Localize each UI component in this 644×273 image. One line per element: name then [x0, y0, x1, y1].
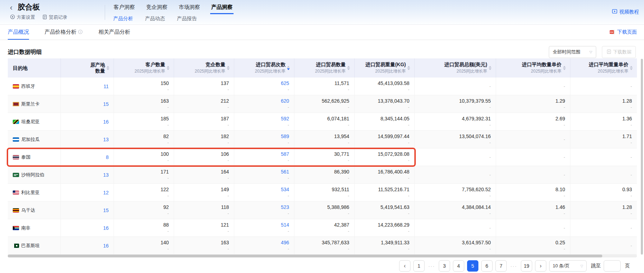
quick-link-target[interactable]: 方案设置 — [10, 14, 35, 21]
ellipsis-pages[interactable]: ··· — [427, 263, 436, 269]
column-header[interactable]: 竞企数量2025同比增长率 — [174, 58, 234, 78]
sub-tab-3[interactable]: 产品报告 — [176, 16, 197, 25]
value-link[interactable]: 15 — [103, 207, 109, 213]
quick-link-clipboard[interactable]: 贸易记录 — [42, 14, 67, 21]
sort-asc-icon[interactable] — [107, 66, 109, 68]
dest-cell[interactable]: 巴基斯坦 — [8, 237, 61, 254]
sort-desc-icon[interactable] — [107, 68, 109, 70]
main-tab-1[interactable]: 客户洞察 — [113, 0, 136, 14]
prev-page-button[interactable]: ‹ — [399, 260, 410, 272]
sort-icons[interactable] — [227, 66, 230, 70]
dest-cell[interactable]: 乌干达 — [8, 201, 61, 219]
dest-cell[interactable]: 斯里兰卡 — [8, 95, 61, 113]
column-header[interactable]: 进口贸易次数2025同比增长率 — [234, 58, 294, 78]
main-tab-4[interactable]: 产品洞察 — [210, 0, 234, 14]
sort-asc-icon[interactable] — [630, 66, 633, 68]
dest-cell[interactable]: 西班牙 — [8, 78, 61, 95]
value-link[interactable]: 11 — [103, 84, 109, 89]
dest-cell[interactable]: 坦桑尼亚 — [8, 113, 61, 130]
main-tab-2[interactable]: 竞企洞察 — [145, 0, 168, 14]
next-page-button[interactable]: › — [535, 260, 546, 272]
page-size-select[interactable]: 10 条/页▽ — [549, 260, 587, 272]
value-link[interactable]: 16 — [103, 119, 109, 125]
column-header[interactable]: 进口贸易重量(KG)2025同比增长率 — [355, 58, 415, 78]
value-link[interactable]: 561 — [281, 169, 289, 175]
column-header[interactable]: 进口平均数量单价2025同比增长率 — [496, 58, 570, 78]
page-button-6[interactable]: 6 — [481, 260, 493, 272]
sub-tab-2[interactable]: 产品动态 — [144, 16, 166, 25]
sort-icons[interactable] — [107, 66, 109, 70]
sub-tab-1[interactable]: 产品分析 — [113, 16, 134, 25]
value-link[interactable]: 587 — [281, 151, 289, 157]
sort-asc-icon[interactable] — [287, 66, 290, 68]
value-link[interactable]: 13 — [103, 172, 109, 178]
sort-desc-icon[interactable] — [630, 68, 633, 70]
page-button-19[interactable]: 19 — [521, 260, 532, 272]
value-link[interactable]: 625 — [281, 80, 289, 86]
dest-cell[interactable]: 利比里亚 — [8, 184, 61, 201]
sort-icons[interactable] — [563, 66, 566, 70]
dest-cell[interactable]: 泰国 — [8, 148, 61, 166]
sort-asc-icon[interactable] — [489, 66, 491, 68]
jump-page-input[interactable] — [604, 260, 621, 272]
vertical-scrollbar[interactable] — [641, 59, 643, 255]
video-tutorial-link[interactable]: 视频教程 — [612, 8, 639, 15]
horizontal-scrollbar-thumb[interactable] — [8, 255, 602, 257]
section-tab-2[interactable]: 产品价格分析 — [45, 25, 83, 40]
value-link[interactable]: 534 — [281, 187, 289, 192]
download-page-link[interactable]: PDF 下载页面 — [609, 25, 637, 40]
value-link[interactable]: 8 — [106, 154, 109, 160]
column-header[interactable]: 进口平均重量单价2025同比增长率 — [570, 58, 637, 78]
page-button-7[interactable]: 7 — [495, 260, 507, 272]
back-button[interactable]: ‹ — [10, 3, 12, 13]
value-link[interactable]: 16 — [103, 225, 109, 231]
sort-asc-icon[interactable] — [227, 66, 230, 68]
value-link[interactable]: 12 — [103, 190, 109, 195]
sort-icons[interactable] — [167, 66, 169, 70]
sort-icons[interactable] — [347, 66, 350, 70]
sort-asc-icon[interactable] — [407, 66, 410, 68]
value-link[interactable]: 589 — [281, 133, 289, 139]
section-tab-1[interactable]: 产品概况 — [8, 25, 29, 40]
column-header[interactable]: 进口贸易总额(美元)2025同比增长率 — [415, 58, 496, 78]
sort-asc-icon[interactable] — [563, 66, 566, 68]
value-link[interactable]: 15 — [103, 101, 109, 107]
value-link[interactable]: 514 — [281, 222, 289, 228]
column-header[interactable]: 进口贸易数量2025同比增长率 — [294, 58, 355, 78]
page-button-5[interactable]: 5 — [467, 260, 478, 272]
sort-asc-icon[interactable] — [167, 66, 169, 68]
ellipsis-pages[interactable]: ··· — [510, 263, 518, 269]
sort-icons[interactable] — [489, 66, 491, 70]
sort-icons[interactable] — [407, 66, 410, 70]
column-header[interactable]: 客户数量2025同比增长率 — [114, 58, 174, 78]
download-data-button[interactable]: 下载数据 — [602, 46, 636, 58]
sort-desc-icon[interactable] — [167, 68, 169, 70]
page-button-4[interactable]: 4 — [453, 260, 464, 272]
value-link[interactable]: 620 — [281, 98, 289, 104]
page-button-1[interactable]: 1 — [413, 260, 425, 272]
section-tab-3[interactable]: 相关产品分析 — [98, 25, 130, 40]
main-tab-3[interactable]: 市场洞察 — [178, 0, 201, 14]
sort-desc-icon[interactable] — [563, 68, 566, 70]
sort-asc-icon[interactable] — [347, 66, 350, 68]
dest-cell[interactable]: 尼加拉瓜 — [8, 131, 61, 148]
value-link[interactable]: 592 — [281, 116, 289, 121]
sort-icons[interactable] — [287, 66, 290, 70]
value-link[interactable]: 13 — [103, 137, 109, 142]
sort-desc-icon[interactable] — [287, 68, 290, 70]
horizontal-scrollbar[interactable] — [8, 255, 637, 257]
column-header[interactable]: 原产地 数量 — [61, 58, 114, 78]
time-range-select[interactable]: 全部时间范围 ▽ — [549, 46, 596, 58]
sort-desc-icon[interactable] — [347, 68, 350, 70]
dest-cell[interactable]: 南非 — [8, 219, 61, 237]
sort-desc-icon[interactable] — [489, 68, 491, 70]
dest-cell[interactable]: 沙特阿拉伯 — [8, 166, 61, 183]
value-link[interactable]: 523 — [281, 204, 289, 210]
info-icon[interactable] — [78, 29, 83, 34]
sort-desc-icon[interactable] — [407, 68, 410, 70]
page-button-3[interactable]: 3 — [439, 260, 450, 272]
value-link[interactable]: 496 — [281, 240, 289, 245]
value-link[interactable]: 16 — [103, 243, 109, 249]
sort-icons[interactable] — [630, 66, 633, 70]
sort-desc-icon[interactable] — [227, 68, 230, 70]
